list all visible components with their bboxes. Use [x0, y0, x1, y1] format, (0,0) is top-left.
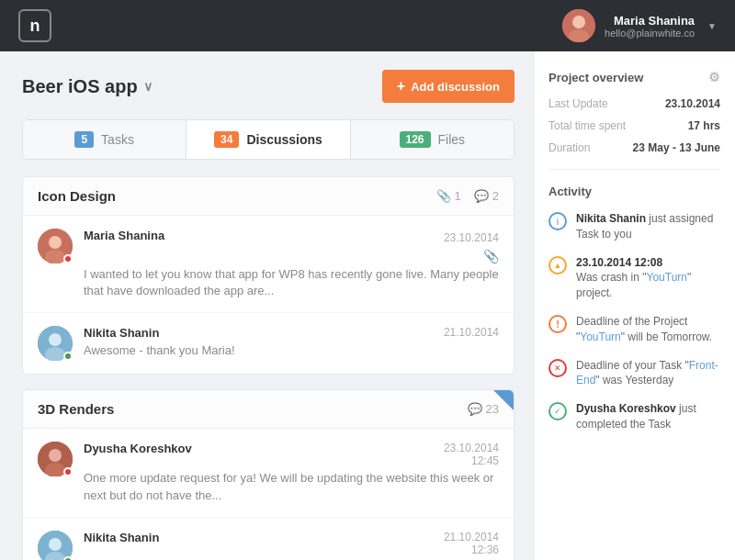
paperclip-icon: 📎	[436, 189, 451, 203]
avatar	[38, 326, 73, 361]
gear-icon[interactable]: ⚙	[708, 70, 720, 84]
alert-icon: !	[548, 315, 567, 333]
time-spent-value: 17 hrs	[688, 119, 720, 132]
discussion-content: Dyusha Koreshkov 23.10.201412:45 One mor…	[84, 442, 499, 503]
discussion-item[interactable]: Nikita Shanin 21.10.2014 Awesome - thank…	[23, 313, 514, 374]
discussion-header: Dyusha Koreshkov 23.10.201412:45	[84, 442, 499, 467]
status-dot	[63, 254, 73, 263]
activity-text: Deadline of the Project "YouTurn" will b…	[576, 314, 720, 345]
section-3d-renders: 3D Renders 💬 23	[22, 389, 514, 560]
tab-discussions[interactable]: 34 Discussions	[187, 120, 350, 159]
author-name: Maria Shanina	[84, 229, 164, 242]
tab-files[interactable]: 126 Files	[351, 120, 514, 159]
section-header-icon-design: Icon Design 📎 1 💬 2	[23, 177, 514, 216]
overview-duration: Duration 23 May - 13 June	[548, 141, 720, 154]
discussion-header: Nikita Shanin 21.10.2014	[84, 326, 499, 340]
plus-icon: +	[397, 78, 405, 95]
svg-point-1	[572, 16, 585, 28]
discussion-text: Awesome - thank you Maria!	[84, 342, 499, 359]
attachments-count: 📎 1	[436, 189, 461, 203]
discussion-text: I wanted to let you know that app for WP…	[84, 266, 499, 299]
section-title: 3D Renders	[38, 401, 114, 417]
check-icon: ✓	[548, 402, 567, 420]
discussion-text: One more update request for ya! We will …	[84, 470, 499, 503]
paperclip-icon: 📎	[444, 249, 499, 263]
user-info: Maria Shanina hello@plainwhite.co	[605, 14, 695, 39]
tab-tasks[interactable]: 5 Tasks	[23, 120, 187, 159]
section-meta: 📎 1 💬 2	[436, 189, 499, 203]
activity-text: Deadline of your Task "Front-End" was Ye…	[576, 358, 720, 389]
corner-indicator	[493, 390, 514, 410]
add-discussion-button[interactable]: + Add discussion	[382, 70, 514, 103]
avatar	[562, 9, 595, 42]
tab-discussions-label: Discussions	[246, 132, 322, 147]
avatar	[38, 229, 73, 263]
avatar	[38, 531, 73, 560]
activity-text: Dyusha Koreshkov just completed the Task	[576, 401, 720, 432]
overview-title: Project overview ⚙	[548, 70, 720, 84]
author-name: Nikita Shanin	[84, 531, 159, 544]
activity-title: Activity	[548, 185, 720, 198]
section-icon-design: Icon Design 📎 1 💬 2	[22, 176, 514, 375]
discussion-item[interactable]: Dyusha Koreshkov 23.10.201412:45 One mor…	[23, 429, 514, 517]
activity-text: Nikita Shanin just assigned Task to you	[576, 211, 720, 242]
duration-label: Duration	[548, 141, 590, 154]
content-area: Beer iOS app ∨ + Add discussion 5 Tasks …	[0, 51, 533, 560]
discussion-time: 21.10.2014	[444, 326, 499, 339]
activity-text: 23.10.2014 12:08Was crash in "YouTurn" p…	[576, 255, 720, 301]
user-name: Maria Shanina	[605, 14, 695, 28]
svg-point-10	[49, 449, 62, 462]
discussion-content: Nikita Shanin 21.10.201412:36 Sure, no p…	[84, 531, 499, 560]
tab-files-label: Files	[438, 132, 466, 147]
author-name: Nikita Shanin	[84, 326, 159, 340]
comment-icon: 💬	[474, 189, 489, 203]
header-row: Beer iOS app ∨ + Add discussion	[22, 70, 514, 103]
files-badge: 126	[400, 131, 431, 148]
tab-tasks-label: Tasks	[101, 132, 134, 147]
activity-item: ▲ 23.10.2014 12:08Was crash in "YouTurn"…	[548, 255, 720, 301]
svg-point-7	[49, 333, 62, 346]
main-layout: Beer iOS app ∨ + Add discussion 5 Tasks …	[0, 51, 735, 560]
comment-icon: 💬	[468, 402, 482, 416]
discussion-time: 23.10.2014	[444, 231, 499, 244]
section-header-3d-renders: 3D Renders 💬 23	[23, 390, 514, 429]
svg-point-13	[49, 538, 62, 551]
section-title: Icon Design	[38, 188, 116, 204]
time-spent-label: Total time spent	[548, 119, 626, 132]
tasks-badge: 5	[74, 131, 94, 148]
last-update-label: Last Update	[548, 97, 608, 110]
right-sidebar: Project overview ⚙ Last Update 23.10.201…	[533, 51, 735, 560]
top-navigation: n Maria Shanina hello@plainwhite.co ▼	[0, 0, 735, 51]
project-title[interactable]: Beer iOS app ∨	[22, 76, 153, 97]
error-icon: ✕	[548, 359, 567, 377]
chevron-down-icon: ▼	[707, 21, 717, 31]
last-update-value: 23.10.2014	[665, 97, 720, 110]
discussion-content: Maria Shanina 23.10.2014 📎 I wanted to l…	[84, 229, 499, 299]
overview-last-update: Last Update 23.10.2014	[548, 97, 720, 110]
discussion-time: 23.10.201412:45	[444, 442, 499, 467]
divider	[548, 169, 720, 170]
discussion-header: Nikita Shanin 21.10.201412:36	[84, 531, 499, 556]
discussion-item[interactable]: Maria Shanina 23.10.2014 📎 I wanted to l…	[23, 216, 514, 313]
svg-point-4	[49, 236, 62, 249]
duration-value: 23 May - 13 June	[633, 141, 720, 154]
activity-item: i Nikita Shanin just assigned Task to yo…	[548, 211, 720, 242]
tabs-row: 5 Tasks 34 Discussions 126 Files	[22, 119, 514, 160]
logo[interactable]: n	[18, 9, 51, 42]
user-email: hello@plainwhite.co	[605, 28, 695, 39]
discussion-item[interactable]: Nikita Shanin 21.10.201412:36 Sure, no p…	[23, 518, 514, 560]
info-icon: i	[548, 212, 567, 230]
comments-count: 💬 2	[474, 189, 499, 203]
activity-item: ✓ Dyusha Koreshkov just completed the Ta…	[548, 401, 720, 432]
activity-item: ! Deadline of the Project "YouTurn" will…	[548, 314, 720, 345]
discussion-content: Nikita Shanin 21.10.2014 Awesome - thank…	[84, 326, 499, 359]
discussion-time: 21.10.201412:36	[444, 531, 499, 556]
discussions-badge: 34	[214, 131, 239, 148]
activity-item: ✕ Deadline of your Task "Front-End" was …	[548, 358, 720, 389]
discussion-header: Maria Shanina 23.10.2014 📎	[84, 229, 499, 263]
avatar	[38, 442, 73, 476]
chevron-down-icon: ∨	[143, 79, 153, 94]
user-menu[interactable]: Maria Shanina hello@plainwhite.co ▼	[562, 9, 717, 42]
author-name: Dyusha Koreshkov	[84, 442, 192, 455]
overview-time-spent: Total time spent 17 hrs	[548, 119, 720, 132]
